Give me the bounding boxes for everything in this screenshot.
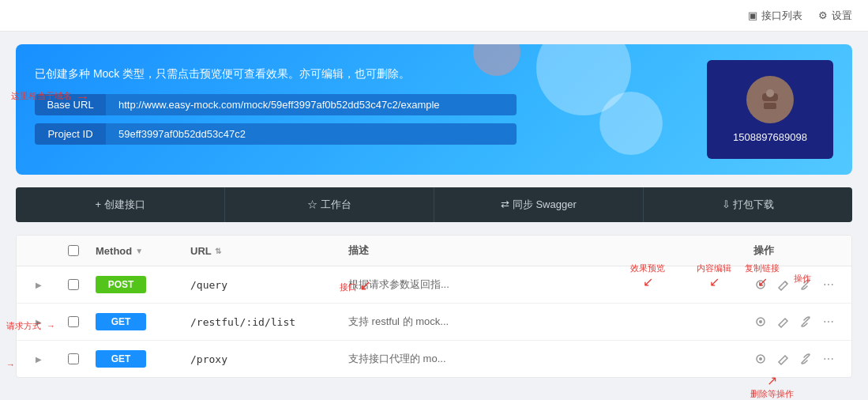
row-actions-3: ⋯ (747, 341, 842, 377)
row-desc-2: 支持 restful 的 mock... (342, 305, 747, 338)
project-id-label: Project ID (35, 123, 106, 145)
top-navigation: ▣ 接口列表 ⚙ 设置 (0, 0, 868, 32)
row-1-checkbox[interactable] (68, 279, 79, 290)
row-2-checkbox[interactable] (68, 316, 79, 327)
more-icon-2[interactable]: ⋯ (821, 313, 836, 330)
table-row: ▶ GET /proxy 支持接口代理的 mo... (17, 341, 851, 377)
sync-swagger-button[interactable]: ⇄ 同步 Swagger (434, 187, 644, 222)
annotation-delete: ↗ 删除等操作 (750, 373, 794, 400)
row-desc-3: 支持接口代理的 mo... (342, 342, 747, 375)
api-list-nav[interactable]: ▣ 接口列表 (748, 9, 802, 23)
copy-link-icon-2[interactable] (798, 313, 814, 330)
annotation-domain: 这里相当于域名 → (11, 90, 89, 104)
edit-icon-3[interactable] (776, 350, 791, 368)
svg-point-9 (759, 320, 762, 323)
col-url: URL ⇅ (184, 236, 342, 266)
row-actions-2: ⋯ (747, 304, 842, 340)
api-list-label: 接口列表 (761, 9, 802, 23)
row-desc-1: 根据请求参数返回指... (342, 268, 747, 301)
edit-icon-2[interactable] (776, 313, 791, 330)
annotation-interface: 接口 ↙ (340, 277, 371, 294)
svg-line-10 (804, 320, 807, 323)
annotation-ops: 操作 (794, 273, 811, 285)
user-info-panel: 1508897689098 (707, 60, 833, 159)
col-method: Method ▼ (89, 236, 184, 266)
project-info-card: 已创建多种 Mock 类型，只需点击预览便可查看效果。亦可编辑，也可删除。 Ba… (16, 44, 852, 175)
row-checkbox-2 (58, 307, 89, 337)
annotation-edit: 内容编辑 ↙ (697, 262, 731, 289)
row-url-2: /restful/:id/list (184, 307, 342, 338)
copy-link-icon-3[interactable] (798, 350, 814, 368)
row-expand-1[interactable]: ▶ (26, 269, 58, 300)
settings-icon: ⚙ (818, 9, 828, 21)
toolbar: + 创建接口 ☆ 工作台 ⇄ 同步 Swagger ⇩ 打包下载 (16, 187, 852, 222)
svg-point-12 (759, 357, 762, 360)
annotation-copy: 复制链接 ↙ (745, 262, 780, 289)
base-url-value: http://www.easy-mock.com/mock/59eff3997a… (106, 94, 517, 115)
row-checkbox-3 (58, 344, 89, 374)
api-list-icon: ▣ (748, 9, 757, 21)
select-all-checkbox[interactable] (68, 245, 79, 256)
row-expand-3[interactable]: ▶ (26, 343, 58, 375)
method-badge-post: POST (96, 276, 146, 293)
row-method-2: GET (89, 304, 184, 340)
annotation-request: 请求方式 → (6, 320, 55, 332)
project-id-value: 59eff3997af0b52dd53c47c2 (106, 123, 517, 145)
row-checkbox-1 (58, 270, 89, 300)
url-sort-icon: ⇅ (215, 247, 221, 255)
svg-line-13 (804, 357, 807, 360)
svg-line-6 (785, 281, 787, 284)
expand-icon-1[interactable]: ▶ (32, 278, 45, 291)
download-button[interactable]: ⇩ 打包下载 (644, 187, 852, 222)
api-table: Method ▼ URL ⇅ 描述 操作 ▶ POST (16, 235, 852, 378)
col-checkbox (58, 236, 89, 266)
expand-icon-3[interactable]: ▶ (32, 353, 45, 365)
row-method-1: POST (89, 266, 184, 303)
method-badge-get-1: GET (96, 313, 146, 330)
method-sort-icon: ▼ (135, 247, 143, 255)
row-3-checkbox[interactable] (68, 353, 79, 364)
method-badge-get-2: GET (96, 350, 146, 368)
settings-nav[interactable]: ⚙ 设置 (818, 9, 852, 23)
row-method-3: GET (89, 341, 184, 377)
col-expand (26, 236, 58, 266)
svg-rect-2 (764, 103, 776, 109)
row-url-1: /query (184, 270, 342, 300)
annotation-request2: → (6, 360, 15, 369)
annotation-preview: 效果预览 ↙ (630, 262, 665, 289)
avatar (746, 76, 794, 123)
user-id: 1508897689098 (733, 131, 807, 143)
preview-icon-3[interactable] (753, 350, 768, 368)
row-url-3: /proxy (184, 344, 342, 375)
svg-point-3 (766, 89, 774, 97)
main-content: 已创建多种 Mock 类型，只需点击预览便可查看效果。亦可编辑，也可删除。 Ba… (0, 32, 868, 391)
settings-label: 设置 (832, 9, 852, 23)
more-icon-1[interactable]: ⋯ (821, 276, 836, 293)
col-actions: 操作 (747, 236, 842, 266)
table-row: ▶ GET /restful/:id/list 支持 restful 的 moc… (17, 304, 851, 341)
create-api-button[interactable]: + 创建接口 (16, 187, 225, 222)
more-icon-3[interactable]: ⋯ (821, 350, 836, 368)
col-description: 描述 (342, 236, 747, 266)
preview-icon-2[interactable] (753, 313, 768, 330)
workbench-button[interactable]: ☆ 工作台 (225, 187, 434, 222)
